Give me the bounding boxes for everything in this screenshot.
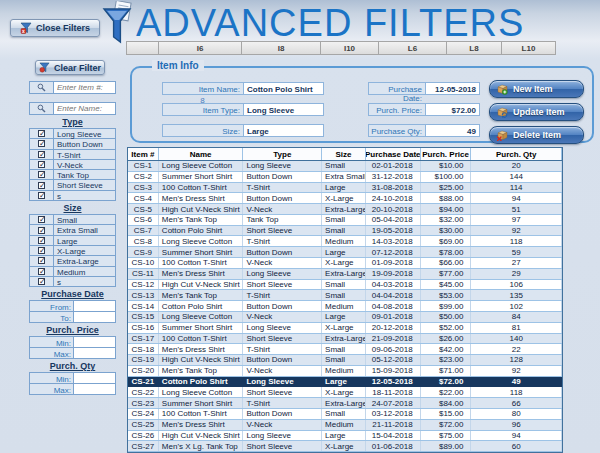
column-strip-cell-i8[interactable]: I8 bbox=[241, 41, 321, 55]
cell: Small bbox=[322, 344, 366, 354]
cell: 07-12-2018 bbox=[366, 247, 421, 257]
purchase-date-field: Purchase Date: 12-05-2018 bbox=[368, 82, 480, 95]
table-row-cs-22[interactable]: CS-22Long Sleeve CottonShort SleeveX-Lar… bbox=[128, 387, 562, 398]
column-header-type: Type bbox=[243, 148, 322, 160]
table-row-cs-12[interactable]: CS-12High Cut V-Neck ShirtShort SleeveSm… bbox=[128, 280, 562, 291]
checkbox-checked-icon[interactable] bbox=[30, 129, 54, 138]
column-strip-cell-l10[interactable]: L10 bbox=[501, 41, 556, 55]
table-row-cs-2[interactable]: CS-2Summer Short ShirtButton DownExtra S… bbox=[128, 172, 562, 183]
close-filters-button[interactable]: x Close Filters bbox=[10, 19, 100, 37]
table-row-cs-27[interactable]: CS-27Men's X Lg. Tank TopShort SleeveX-L… bbox=[128, 441, 562, 452]
checkbox-checked-icon[interactable] bbox=[30, 139, 54, 148]
table-row-cs-17[interactable]: CS-17100 Cotton T-ShirtShort SleeveExtra… bbox=[128, 334, 562, 345]
name-input[interactable] bbox=[53, 102, 116, 115]
checkbox-checked-icon[interactable] bbox=[30, 267, 54, 276]
cell: Button Down bbox=[243, 409, 322, 419]
checkbox-checked-icon bbox=[38, 227, 45, 234]
cell: Men's Tank Top bbox=[159, 290, 244, 300]
size-option-row: s bbox=[29, 276, 116, 287]
item-name-value[interactable]: Cotton Polo Shirt bbox=[243, 82, 324, 95]
purchase-date-value[interactable]: 12-05-2018 bbox=[425, 82, 480, 95]
cell: CS-25 bbox=[128, 420, 159, 430]
checkbox-checked-icon[interactable] bbox=[30, 170, 54, 179]
table-row-cs-14[interactable]: CS-14Cotton Polo ShirtButton DownMedium0… bbox=[128, 301, 562, 312]
table-row-cs-13[interactable]: CS-13Men's Tank TopT-ShirtSmall04-04-201… bbox=[128, 290, 562, 301]
delete-item-button[interactable]: Delete Item bbox=[489, 126, 584, 144]
column-strip-cell[interactable] bbox=[126, 41, 159, 55]
cell: 20-10-2018 bbox=[366, 204, 421, 214]
table-row-cs-1[interactable]: CS-1Long Sleeve CottonLong SleeveSmall02… bbox=[128, 161, 562, 172]
table-row-cs-19[interactable]: CS-19High Cut V-Neck ShirtButton DownSma… bbox=[128, 355, 562, 366]
checkbox-checked-icon[interactable] bbox=[30, 236, 54, 245]
checkbox-checked-icon[interactable] bbox=[30, 180, 54, 189]
item-type-value[interactable]: Long Sleeve bbox=[243, 103, 324, 116]
item-name-label: Item Name: bbox=[162, 82, 243, 95]
cell: 97 bbox=[471, 215, 562, 225]
price-max-input[interactable] bbox=[74, 348, 115, 358]
date-to-input[interactable] bbox=[74, 312, 115, 322]
table-row-cs-23[interactable]: CS-23Summer Short ShirtT-ShirtExtra-Larg… bbox=[128, 398, 562, 409]
price-min-input[interactable] bbox=[74, 337, 115, 347]
table-row-cs-18[interactable]: CS-18Men's Dress ShirtT-ShirtSmall09-06-… bbox=[128, 344, 562, 355]
item-number-input[interactable] bbox=[53, 81, 116, 94]
table-row-cs-3[interactable]: CS-3100 Cotton T-ShirtT-ShirtLarge31-08-… bbox=[128, 183, 562, 194]
new-item-button[interactable]: New Item bbox=[489, 80, 584, 98]
cell: X-Large bbox=[322, 258, 366, 268]
cell: Men's Tank Top bbox=[159, 366, 244, 376]
column-strip-cell-l6[interactable]: L6 bbox=[378, 41, 447, 55]
cell: 100 Cotton T-Shirt bbox=[159, 409, 244, 419]
funnel-document-icon bbox=[102, 1, 136, 45]
purch-price-value[interactable]: $72.00 bbox=[425, 103, 480, 116]
table-row-cs-16[interactable]: CS-16Summer Short ShirtLong SleeveX-Larg… bbox=[128, 323, 562, 334]
cell: $42.00 bbox=[421, 344, 472, 354]
table-row-cs-15[interactable]: CS-15Long Sleeve CottonV-NeckLarge09-01-… bbox=[128, 312, 562, 323]
purchase-qty-value[interactable]: 49 bbox=[425, 124, 480, 137]
cell: $84.00 bbox=[421, 398, 472, 408]
checkbox-checked-icon[interactable] bbox=[30, 256, 54, 265]
table-row-cs-25[interactable]: CS-25Men's Dress ShirtV-NeckMedium21-11-… bbox=[128, 420, 562, 431]
checkbox-checked-icon[interactable] bbox=[30, 150, 54, 159]
qty-min-input[interactable] bbox=[74, 373, 115, 383]
size-label: Size: bbox=[162, 124, 243, 137]
table-row-cs-9[interactable]: CS-9Summer Short ShirtButton DownLarge07… bbox=[128, 247, 562, 258]
table-row-cs-8[interactable]: CS-8Long Sleeve CottonT-ShirtMedium14-03… bbox=[128, 236, 562, 247]
column-strip-cell-l8[interactable]: L8 bbox=[446, 41, 502, 55]
table-row-cs-6[interactable]: CS-6Men's Tank TopTank TopSmall05-04-201… bbox=[128, 215, 562, 226]
checkbox-checked-icon[interactable] bbox=[30, 277, 54, 286]
table-row-cs-20[interactable]: CS-20Men's Tank TopV-NeckMedium15-09-201… bbox=[128, 366, 562, 377]
qty-max-input[interactable] bbox=[74, 384, 115, 394]
checkbox-checked-icon[interactable] bbox=[30, 246, 54, 255]
table-row-cs-7[interactable]: CS-7Cotton Polo ShirtShort SleeveSmall19… bbox=[128, 226, 562, 237]
cell: Men's Dress Shirt bbox=[159, 344, 244, 354]
clear-filter-button[interactable]: Clear Filter bbox=[35, 60, 105, 75]
checkbox-checked-icon[interactable] bbox=[30, 191, 54, 200]
table-row-cs-24[interactable]: CS-24100 Cotton T-ShirtButton DownSmall0… bbox=[128, 409, 562, 420]
table-row-cs-10[interactable]: CS-10100 Cotton T-ShirtV-NeckX-Large01-0… bbox=[128, 258, 562, 269]
table-row-cs-26[interactable]: CS-26High Cut V-Neck ShirtLong SleeveLar… bbox=[128, 431, 562, 442]
cell: $71.00 bbox=[421, 366, 472, 376]
purch-price-field: Purch. Price: $72.00 bbox=[368, 103, 480, 116]
column-strip-cell-i10[interactable]: I10 bbox=[320, 41, 379, 55]
cell: 102 bbox=[471, 301, 562, 311]
cell: High Cut V-Neck Shirt bbox=[159, 355, 244, 365]
cell: CS-22 bbox=[128, 387, 159, 397]
table-row-cs-21[interactable]: CS-21Cotton Polo ShirtLong SleeveLarge12… bbox=[128, 377, 562, 388]
table-row-cs-5[interactable]: CS-5High Cut V-Neck ShirtV-NeckExtra-Lar… bbox=[128, 204, 562, 215]
cell: 05-12-2018 bbox=[366, 355, 421, 365]
checkbox-checked-icon[interactable] bbox=[30, 160, 54, 169]
column-strip-cell-i6[interactable]: I6 bbox=[158, 41, 242, 55]
cell: $89.00 bbox=[421, 441, 472, 451]
table-row-cs-11[interactable]: CS-11Men's Dress ShirtLong SleeveExtra-L… bbox=[128, 269, 562, 280]
update-item-button[interactable]: Update Item bbox=[489, 103, 584, 121]
cell: Small bbox=[322, 409, 366, 419]
cell: $45.00 bbox=[421, 280, 472, 290]
cell: 140 bbox=[471, 334, 562, 344]
checkbox-checked-icon[interactable] bbox=[30, 225, 54, 234]
checkbox-checked-icon bbox=[38, 192, 45, 199]
cell: 118 bbox=[471, 236, 562, 246]
table-row-cs-4[interactable]: CS-4Men's Dress ShirtButton DownX-Large2… bbox=[128, 193, 562, 204]
date-from-input[interactable] bbox=[74, 301, 115, 311]
size-value[interactable]: Large bbox=[243, 124, 324, 137]
cell: Summer Short Shirt bbox=[159, 172, 244, 182]
checkbox-checked-icon[interactable] bbox=[30, 215, 54, 224]
